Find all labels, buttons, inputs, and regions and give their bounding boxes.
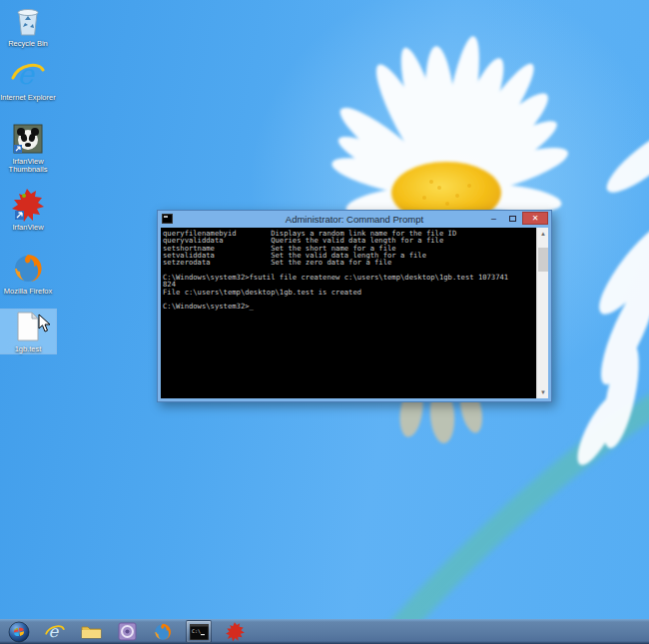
console-scrollbar[interactable]: ▲ ▼: [536, 228, 548, 398]
svg-text:e: e: [49, 622, 60, 641]
desktop: Recycle Bin e Internet Explorer IrfanVie…: [0, 0, 649, 644]
desktop-icon-label: Mozilla Firefox: [0, 288, 56, 296]
purple-app-icon: [118, 622, 137, 641]
firefox-icon: [153, 622, 173, 642]
taskbar-item-irfanview[interactable]: [222, 620, 248, 643]
start-button[interactable]: [6, 620, 32, 643]
taskbar: e: [0, 619, 649, 644]
window-titlebar[interactable]: Administrator: Command Prompt – ✕: [158, 211, 551, 228]
desktop-icon-recycle-bin[interactable]: Recycle Bin: [0, 4, 56, 48]
irfanview-thumbnails-icon: [0, 122, 56, 156]
command-prompt-icon: C:\: [190, 624, 209, 640]
desktop-icon-label: Recycle Bin: [0, 40, 56, 48]
desktop-icon-label: Internet Explorer: [0, 94, 56, 102]
taskbar-item-file-explorer[interactable]: [78, 620, 104, 643]
minimize-button[interactable]: –: [484, 212, 503, 225]
desktop-icon-internet-explorer[interactable]: e Internet Explorer: [0, 58, 56, 102]
taskbar-item-purple-app[interactable]: [114, 620, 140, 643]
firefox-icon: [0, 252, 56, 286]
internet-explorer-icon: e: [45, 622, 65, 642]
scrollbar-thumb[interactable]: [538, 248, 548, 272]
windows-start-icon: [8, 621, 30, 643]
cmd-window-icon: [162, 214, 173, 224]
close-button[interactable]: ✕: [522, 212, 548, 225]
console-text: queryfilenamebyid Displays a random link…: [163, 230, 535, 311]
console-output-area[interactable]: queryfilenamebyid Displays a random link…: [161, 228, 548, 398]
taskbar-item-command-prompt[interactable]: C:\: [186, 620, 212, 643]
recycle-bin-icon: [0, 4, 56, 38]
scroll-up-icon[interactable]: ▲: [537, 228, 548, 240]
folder-icon: [81, 623, 102, 640]
desktop-icon-label: IrfanView: [0, 224, 56, 232]
desktop-icon-label: 1gb.test: [0, 345, 56, 353]
maximize-button[interactable]: [503, 212, 522, 225]
internet-explorer-icon: e: [0, 58, 56, 92]
mouse-cursor: [38, 314, 52, 333]
taskbar-item-internet-explorer[interactable]: e: [42, 620, 68, 643]
irfanview-icon: [225, 621, 246, 642]
maximize-icon: [509, 216, 516, 222]
svg-text:e: e: [17, 58, 35, 91]
desktop-icon-irfanview-thumbnails[interactable]: IrfanView Thumbnails: [0, 122, 56, 174]
irfanview-icon: [0, 188, 56, 222]
desktop-icon-mozilla-firefox[interactable]: Mozilla Firefox: [0, 252, 56, 296]
desktop-icon-irfanview[interactable]: IrfanView: [0, 188, 56, 232]
scroll-down-icon[interactable]: ▼: [537, 386, 548, 398]
desktop-icon-label: IrfanView Thumbnails: [0, 158, 56, 174]
svg-text:C:\: C:\: [192, 628, 201, 634]
taskbar-item-firefox[interactable]: [150, 620, 176, 643]
command-prompt-window[interactable]: Administrator: Command Prompt – ✕ queryf…: [157, 210, 552, 402]
